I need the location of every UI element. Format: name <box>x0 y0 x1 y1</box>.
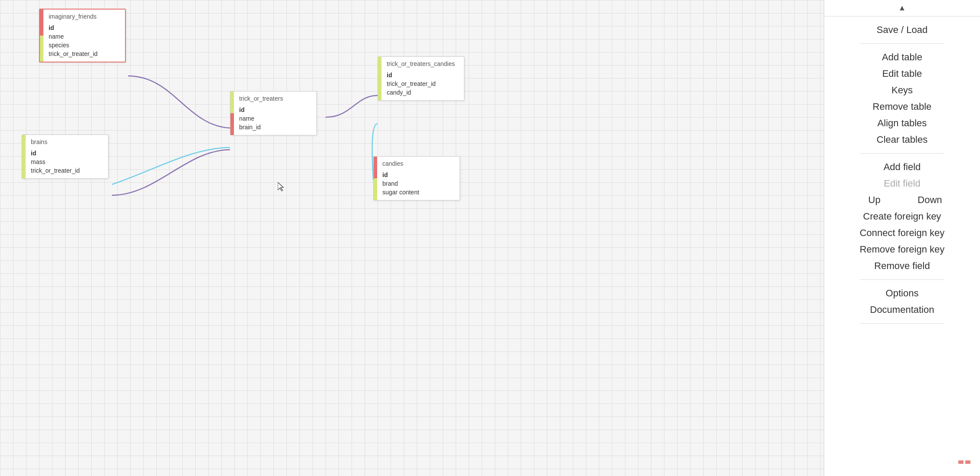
field-id[interactable]: id <box>382 171 454 179</box>
table-name-imaginary_friends: imaginary_friends <box>49 13 120 20</box>
sidebar-item-edit-table[interactable]: Edit table <box>860 66 945 82</box>
sidebar-item-down[interactable]: Down <box>915 192 944 208</box>
sidebar-item-remove-foreign-key[interactable]: Remove foreign key <box>860 241 945 258</box>
sidebar: ▲ Save / LoadAdd tableEdit tableKeysRemo… <box>824 0 980 476</box>
sidebar-item-documentation[interactable]: Documentation <box>860 302 945 318</box>
field-species[interactable]: species <box>49 41 120 49</box>
sidebar-item-align-tables[interactable]: Align tables <box>860 115 945 131</box>
field-name[interactable]: name <box>49 32 120 41</box>
table-brains[interactable]: brainsidmasstrick_or_treater_id <box>22 135 109 179</box>
chevron-up-icon: ▲ <box>898 3 906 13</box>
field-trick_or_treater_id[interactable]: trick_or_treater_id <box>31 166 103 175</box>
field-id[interactable]: id <box>49 23 120 32</box>
field-mass[interactable]: mass <box>31 158 103 166</box>
sidebar-item-add-field[interactable]: Add field <box>860 159 945 175</box>
table-candies[interactable]: candiesidbrandsugar content <box>373 156 460 200</box>
sidebar-item-up[interactable]: Up <box>860 192 889 208</box>
sidebar-item-remove-table[interactable]: Remove table <box>860 98 945 115</box>
field-id[interactable]: id <box>387 71 459 79</box>
table-imaginary_friends[interactable]: imaginary_friendsidnamespeciestrick_or_t… <box>39 9 126 62</box>
sidebar-item-remove-field[interactable]: Remove field <box>860 258 945 274</box>
field-id[interactable]: id <box>31 149 103 158</box>
resize-handle[interactable] <box>957 459 971 469</box>
field-sugar-content[interactable]: sugar content <box>382 188 454 197</box>
field-trick_or_treater_id[interactable]: trick_or_treater_id <box>387 79 459 88</box>
table-color-bar <box>22 135 26 178</box>
sidebar-toggle[interactable]: ▲ <box>824 0 980 16</box>
sidebar-item-clear-tables[interactable]: Clear tables <box>860 131 945 148</box>
field-brand[interactable]: brand <box>382 179 454 188</box>
field-name[interactable]: name <box>239 114 311 123</box>
sidebar-item-edit-field: Edit field <box>860 175 945 192</box>
sidebar-item-options[interactable]: Options <box>860 285 945 302</box>
table-color-bar <box>378 57 381 100</box>
sidebar-item-keys[interactable]: Keys <box>860 82 945 98</box>
table-color-bar <box>374 157 377 200</box>
sidebar-section-table-ops: Add tableEdit tableKeysRemove tableAlign… <box>860 44 945 154</box>
table-trick_or_treaters[interactable]: trick_or_treatersidnamebrain_id <box>230 91 317 135</box>
field-brain_id[interactable]: brain_id <box>239 123 311 131</box>
mouse-cursor <box>278 182 285 192</box>
table-name-trick_or_treaters_candies: trick_or_treaters_candies <box>387 60 459 67</box>
sidebar-item-create-foreign-key[interactable]: Create foreign key <box>860 208 945 225</box>
svg-marker-0 <box>278 182 283 191</box>
svg-rect-1 <box>958 460 964 464</box>
field-candy_id[interactable]: candy_id <box>387 88 459 97</box>
canvas[interactable]: imaginary_friendsidnamespeciestrick_or_t… <box>0 0 824 476</box>
sidebar-section-field-ops: Add fieldEdit fieldUpDownCreate foreign … <box>860 154 945 280</box>
sidebar-sections: Save / LoadAdd tableEdit tableKeysRemove… <box>860 16 945 324</box>
sidebar-item-add-table[interactable]: Add table <box>860 49 945 66</box>
table-color-bar <box>40 10 43 62</box>
field-trick_or_treater_id[interactable]: trick_or_treater_id <box>49 49 120 58</box>
sidebar-item-save-load[interactable]: Save / Load <box>860 22 945 38</box>
table-name-trick_or_treaters: trick_or_treaters <box>239 95 311 102</box>
sidebar-section-file: Save / Load <box>860 16 945 44</box>
sidebar-section-misc: OptionsDocumentation <box>860 280 945 324</box>
svg-rect-2 <box>965 460 970 464</box>
sidebar-item-connect-foreign-key[interactable]: Connect foreign key <box>860 225 945 241</box>
table-trick_or_treaters_candies[interactable]: trick_or_treaters_candiesidtrick_or_trea… <box>378 56 464 101</box>
field-id[interactable]: id <box>239 105 311 114</box>
table-name-brains: brains <box>31 138 103 145</box>
table-name-candies: candies <box>382 160 454 167</box>
table-color-bar <box>230 92 234 135</box>
